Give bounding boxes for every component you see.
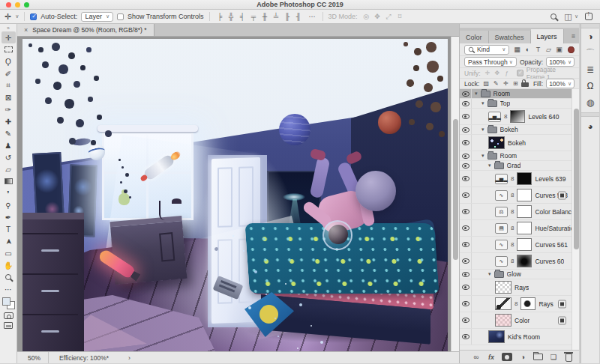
tab-layers[interactable]: Layers (531, 29, 564, 43)
new-adjustment-layer-icon[interactable]: ◑ (518, 353, 527, 361)
layer-row[interactable]: ▂▅▂8Levels 639 (460, 171, 572, 187)
filter-shape-layers-icon[interactable]: ▱ (544, 46, 553, 53)
group-expand-chevron-icon[interactable]: ▾ (482, 100, 484, 106)
visibility-eye-icon[interactable] (462, 192, 470, 198)
new-layer-icon[interactable]: ❏ (549, 353, 558, 361)
unify-visibility-icon[interactable]: ✥ (494, 70, 501, 76)
align-vertical-centers-icon[interactable]: ╫ (260, 13, 270, 20)
frame-tool[interactable]: ⊠ (2, 91, 16, 103)
layer-row[interactable]: ⚖8Color Balance 555 (460, 204, 572, 220)
3d-pan-icon[interactable]: ✥ (373, 13, 382, 21)
fill-field[interactable]: 100% ∨ (546, 79, 574, 88)
visibility-eye-icon[interactable] (462, 127, 470, 133)
layer-thumbnail[interactable] (495, 314, 512, 327)
curves-adjustment-icon[interactable]: ∿ (495, 240, 508, 250)
propagate-frame-checkbox[interactable] (517, 70, 524, 76)
eyedropper-tool[interactable]: ✑ (2, 103, 16, 115)
libraries-panel-icon[interactable]: ◍ (583, 94, 598, 111)
status-chevron-icon[interactable]: › (128, 354, 130, 362)
layer-style-fx-icon[interactable]: fx (487, 354, 496, 361)
quick-mask-mode-icon[interactable] (4, 312, 14, 319)
layer-group-row[interactable]: ▾Room (460, 89, 572, 99)
delete-layer-icon[interactable] (564, 352, 573, 362)
pen-tool[interactable]: ✒ (2, 211, 16, 223)
glyphs-panel-icon[interactable]: ≣ (583, 61, 598, 78)
layer-thumbnail[interactable] (488, 136, 505, 149)
lasso-tool[interactable]: Ϙ (2, 55, 16, 67)
canvas[interactable] (22, 39, 448, 351)
distribute-vertical-icon[interactable]: ╢ (294, 13, 304, 20)
screen-mode-icon[interactable] (4, 322, 13, 329)
filter-smart-objects-icon[interactable]: ▣ (554, 46, 563, 53)
layer-row[interactable]: ∿8Curves 561 (460, 237, 572, 253)
lock-all-icon[interactable] (521, 82, 529, 87)
layer-mask-thumbnail[interactable] (517, 238, 532, 251)
layer-mask-thumbnail[interactable] (517, 172, 532, 185)
visibility-eye-icon[interactable] (462, 163, 470, 169)
toolbar-expand-icon[interactable]: » (7, 25, 10, 31)
rectangle-tool[interactable]: ▭ (2, 247, 16, 259)
align-left-edges-icon[interactable]: ╞ (215, 13, 225, 20)
group-expand-chevron-icon[interactable]: ▾ (482, 153, 484, 159)
align-horizontal-centers-icon[interactable]: ╬ (226, 13, 236, 20)
scrollbar-thumb[interactable] (574, 109, 579, 249)
layer-thumbnail[interactable] (488, 330, 505, 343)
visibility-eye-icon[interactable] (462, 154, 470, 159)
zoom-tool[interactable] (2, 271, 16, 283)
layer-row[interactable]: ∿8Curves 60 (460, 253, 572, 270)
document-tab[interactable]: × Space Dream @ 50% (Room, RGB/8*) * (17, 24, 154, 36)
filter-type-layers-icon[interactable]: T (533, 46, 542, 53)
blend-mode-dropdown[interactable]: Pass Through ∨ (464, 57, 517, 67)
levels-adjustment-icon[interactable]: ▂▅▂ (495, 174, 508, 184)
spot-healing-brush-tool[interactable]: ✚ (2, 115, 16, 127)
rectangular-marquee-tool[interactable] (2, 43, 16, 55)
layer-row[interactable]: Rays (460, 279, 572, 296)
learn-panel-icon[interactable]: Ω (583, 78, 598, 94)
visibility-eye-icon[interactable] (462, 285, 470, 290)
tab-swatches[interactable]: Swatches (489, 31, 531, 43)
layer-mask-thumbnail[interactable] (520, 297, 536, 310)
visibility-eye-icon[interactable] (462, 176, 470, 181)
align-right-edges-icon[interactable]: ╡ (238, 13, 248, 20)
brush-tool[interactable]: ✎ (2, 127, 16, 139)
filter-kind-dropdown[interactable]: Kind ∨ (464, 45, 509, 55)
visibility-eye-icon[interactable] (462, 140, 470, 145)
share-icon[interactable] (585, 13, 592, 20)
align-bottom-edges-icon[interactable]: ╧ (272, 13, 281, 20)
crop-tool[interactable]: ⌗ (2, 79, 16, 91)
lock-paint-icon[interactable]: ✎ (492, 80, 500, 87)
panel-menu-icon[interactable]: ≡ (572, 32, 575, 40)
path-selection-tool[interactable]: ➤ (2, 235, 16, 247)
visibility-eye-icon[interactable] (462, 101, 470, 106)
new-group-icon[interactable] (533, 354, 543, 360)
scrollbar-thumb[interactable] (453, 119, 458, 260)
levels-adjustment-icon[interactable]: ▂▅▂ (488, 112, 501, 122)
layer-group-row[interactable]: ▾Grad (460, 161, 572, 171)
lock-transparency-icon[interactable]: ▨ (482, 80, 490, 87)
align-top-edges-icon[interactable]: ╤ (249, 13, 259, 20)
visibility-eye-icon[interactable] (462, 258, 470, 264)
lock-position-icon[interactable]: ✛ (502, 80, 509, 87)
minimize-window-button[interactable] (15, 2, 20, 7)
hand-tool[interactable]: ✋ (2, 259, 16, 271)
3d-camera-icon[interactable]: ⌑ (395, 13, 405, 21)
lock-artboard-icon[interactable]: ⊞ (512, 80, 519, 87)
layer-group-row[interactable]: ▾Bokeh (460, 125, 572, 135)
more-align-options-icon[interactable]: ⋯ (308, 13, 317, 20)
colorbalance-adjustment-icon[interactable]: ⚖ (495, 207, 508, 217)
layer-group-row[interactable]: ▾Glow (460, 270, 572, 279)
visibility-eye-icon[interactable] (462, 334, 470, 339)
unify-position-icon[interactable]: ✛ (484, 70, 491, 76)
layer-mask-thumbnail[interactable] (510, 110, 525, 123)
close-tab-icon[interactable]: × (24, 26, 28, 34)
link-layers-icon[interactable]: ∞ (472, 353, 481, 361)
paths-panel-icon[interactable]: ⌒ (583, 45, 598, 61)
layer-mask-thumbnail[interactable] (517, 255, 532, 267)
blur-tool[interactable]: ❜ (2, 187, 16, 199)
layers-scrollbar[interactable] (572, 89, 579, 350)
gradient-tool[interactable] (2, 175, 16, 187)
layer-thumbnail[interactable] (495, 297, 512, 310)
layer-row[interactable]: Color (460, 312, 572, 329)
visibility-eye-icon[interactable] (462, 242, 470, 247)
clone-stamp-tool[interactable]: ♟ (2, 139, 16, 151)
